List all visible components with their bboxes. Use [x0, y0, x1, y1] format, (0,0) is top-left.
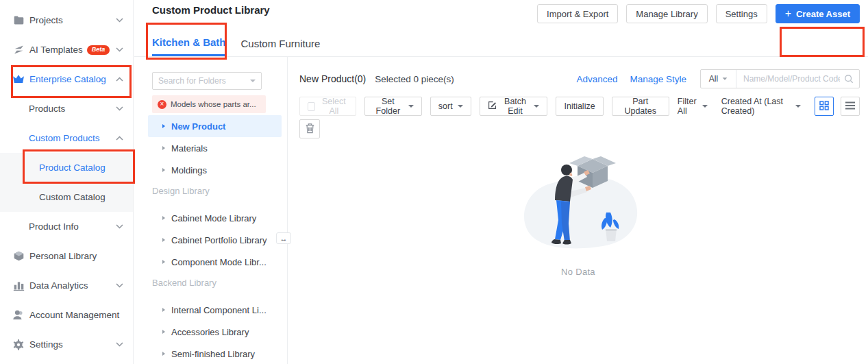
main-content: New Product(0) Selected 0 piece(s) Advan… [288, 57, 868, 364]
folder-label: Internal Component Li... [171, 305, 266, 315]
sidebar-item-label: Product Info [29, 221, 79, 232]
chevron-down-icon [116, 283, 123, 288]
folder-item-new-product[interactable]: New Product [148, 115, 282, 137]
delete-button[interactable] [299, 119, 320, 138]
grid-icon [819, 101, 829, 112]
select-all-button[interactable]: Select All [299, 97, 356, 116]
folder-item-cabinet-portfolio-library[interactable]: Cabinet Portfolio Library [148, 229, 282, 251]
sidebar-item-enterprise-catalog[interactable]: Enterprise Catalog [0, 64, 133, 94]
search-input[interactable] [736, 74, 844, 84]
tab-bar: Kitchen & Bath Custom Furniture [134, 30, 868, 57]
sidebar-item-settings[interactable]: Settings [0, 330, 133, 359]
selection-count: Selected 0 piece(s) [375, 74, 454, 84]
folder-label: Component Mode Libr... [171, 257, 266, 267]
create-asset-label: Create Asset [796, 9, 850, 19]
caret-right-icon [162, 124, 165, 128]
crown-icon [12, 73, 25, 86]
sort-button[interactable]: sort [430, 97, 471, 116]
chevron-down-icon [702, 105, 708, 108]
select-all-checkbox[interactable] [308, 102, 315, 111]
list-view-button[interactable] [841, 97, 860, 116]
batch-edit-button[interactable]: Batch Edit [480, 97, 548, 116]
folder-item-cabinet-mode-library[interactable]: Cabinet Mode Library [148, 207, 282, 229]
caret-right-icon [162, 238, 165, 242]
sidebar: Projects AI Templates Beta Enterprise Ca… [0, 0, 134, 364]
folder-alert[interactable]: × Models whose parts ar... [152, 95, 266, 113]
caret-right-icon [162, 308, 165, 312]
search-category-select[interactable]: All [701, 70, 736, 88]
filter-dropdown[interactable]: Filter All [678, 97, 708, 116]
set-folder-label: Set Folder [373, 97, 404, 116]
sidebar-item-label: Projects [29, 15, 63, 25]
sidebar-item-products[interactable]: Products [0, 94, 133, 123]
toolbar-right: Filter All Created At (Last Created) [678, 97, 860, 116]
error-icon: × [158, 100, 166, 109]
gear-icon [12, 339, 25, 351]
part-updates-button[interactable]: Part Updates [612, 97, 669, 116]
sidebar-item-label: Product Catalog [39, 162, 106, 173]
edit-icon [488, 101, 497, 112]
settings-button[interactable]: Settings [716, 4, 767, 23]
folder-tree: New Product Materials Moldings Design Li… [134, 115, 287, 364]
sidebar-item-projects[interactable]: Projects [0, 5, 133, 35]
sort-order-label: Created At (Last Created) [721, 97, 791, 116]
folder-item-materials[interactable]: Materials [148, 137, 282, 159]
folder-item-semi-finished-library[interactable]: Semi-finished Library [148, 343, 282, 364]
grid-view-button[interactable] [815, 97, 834, 116]
chevron-down-icon [116, 47, 123, 52]
list-icon [845, 101, 855, 112]
plus-icon: + [785, 8, 791, 19]
sidebar-item-label: Data Analytics [29, 280, 88, 291]
caret-right-icon [162, 168, 165, 172]
sidebar-item-account-management[interactable]: Account Management [0, 300, 133, 330]
folder-item-component-mode-library[interactable]: Component Mode Libr... [148, 251, 282, 273]
search-group: All [700, 69, 860, 88]
folder-section-backend-library: Backend Library [134, 273, 287, 292]
sidebar-item-custom-products[interactable]: Custom Products [0, 123, 133, 153]
sidebar-item-label: AI Templates [29, 45, 83, 55]
sidebar-item-product-catalog[interactable]: Product Catalog [0, 153, 133, 182]
sidebar-item-label: Personal Library [29, 251, 97, 261]
folder-label: Accessories Library [171, 327, 249, 337]
sidebar-item-label: Settings [29, 339, 63, 350]
sidebar-item-custom-catalog[interactable]: Custom Catalog [0, 182, 133, 212]
beta-badge: Beta [87, 45, 110, 55]
toolbar: Select All Set Folder sort Batch Edit In… [299, 97, 860, 116]
manage-library-button[interactable]: Manage Library [626, 4, 707, 23]
set-folder-button[interactable]: Set Folder [364, 97, 422, 116]
folder-item-internal-component-library[interactable]: Internal Component Li... [148, 299, 282, 321]
folder-label: Materials [171, 143, 208, 154]
sort-order-dropdown[interactable]: Created At (Last Created) [721, 97, 801, 116]
sidebar-item-product-info[interactable]: Product Info [0, 212, 133, 241]
manage-style-link[interactable]: Manage Style [630, 74, 686, 84]
folder-label: New Product [171, 121, 225, 132]
main-header-row: New Product(0) Selected 0 piece(s) Advan… [299, 69, 860, 89]
folder-label: Cabinet Mode Library [171, 213, 256, 223]
chevron-down-icon [723, 77, 728, 80]
chevron-up-icon [116, 77, 123, 82]
sidebar-item-personal-library[interactable]: Personal Library [0, 241, 133, 271]
search-category-value: All [709, 74, 718, 84]
caret-right-icon [162, 260, 165, 264]
caret-right-icon [162, 216, 165, 220]
tab-custom-furniture[interactable]: Custom Furniture [241, 30, 321, 56]
folder-item-moldings[interactable]: Moldings [148, 159, 282, 181]
panel-resize-handle[interactable]: ↔ [276, 232, 291, 244]
initialize-button[interactable]: Initialize [556, 97, 603, 116]
create-asset-button[interactable]: + Create Asset [776, 4, 860, 23]
caret-right-icon [162, 146, 165, 150]
sidebar-item-ai-templates[interactable]: AI Templates Beta [0, 35, 133, 64]
chevron-down-icon [408, 105, 414, 108]
caret-right-icon [162, 352, 165, 356]
folder-search-input[interactable] [158, 76, 250, 86]
folder-item-accessories-library[interactable]: Accessories Library [148, 321, 282, 343]
chevron-down-icon [250, 80, 256, 82]
sidebar-item-data-analytics[interactable]: Data Analytics [0, 271, 133, 300]
import-export-button[interactable]: Import & Export [537, 4, 618, 23]
folder-search-select[interactable] [152, 72, 262, 90]
tab-kitchen-bath[interactable]: Kitchen & Bath [152, 30, 226, 56]
advanced-link[interactable]: Advanced [576, 74, 617, 84]
search-icon[interactable] [844, 74, 854, 84]
sidebar-item-label: Products [29, 104, 65, 114]
view-toggle [815, 97, 860, 116]
